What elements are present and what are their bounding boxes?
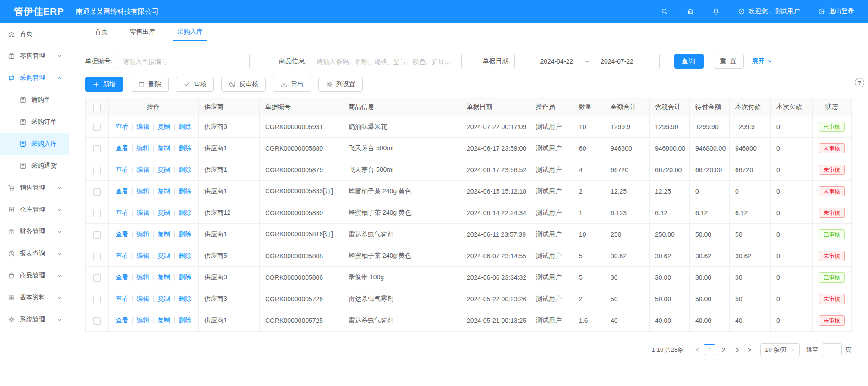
row-action-1[interactable]: 编辑 bbox=[136, 273, 149, 281]
help-icon[interactable]: ? bbox=[855, 78, 864, 87]
column-settings-button[interactable]: 列设置 bbox=[318, 77, 363, 92]
row-checkbox[interactable] bbox=[93, 210, 101, 217]
row-action-0[interactable]: 查看 bbox=[116, 166, 129, 173]
sidebar-item-10[interactable]: 报表查询 bbox=[0, 243, 69, 265]
sidebar-item-0[interactable]: 首页 bbox=[0, 23, 69, 45]
row-action-0[interactable]: 查看 bbox=[116, 295, 129, 302]
page-number-1[interactable]: 1 bbox=[704, 344, 715, 355]
row-action-2[interactable]: 复制 bbox=[158, 209, 170, 216]
logout-button[interactable]: 退出登录 bbox=[818, 7, 854, 16]
row-action-1[interactable]: 编辑 bbox=[136, 187, 149, 195]
sidebar-item-11[interactable]: 商品管理 bbox=[0, 265, 69, 287]
export-button[interactable]: 导出 bbox=[273, 77, 311, 92]
add-button[interactable]: 新增 bbox=[85, 77, 123, 92]
sidebar-item-5[interactable]: 采购入库 bbox=[0, 133, 69, 155]
page-size-select[interactable]: 10 条/页 bbox=[760, 343, 800, 356]
jump-page-input[interactable] bbox=[822, 343, 842, 356]
row-checkbox[interactable] bbox=[93, 317, 101, 325]
date-range-picker[interactable]: 2024-04-22 ~ 2024-07-22 bbox=[514, 54, 660, 69]
row-checkbox[interactable] bbox=[93, 145, 101, 152]
row-checkbox[interactable] bbox=[93, 253, 101, 260]
order-no-input[interactable] bbox=[117, 54, 250, 69]
date-from[interactable]: 2024-04-22 bbox=[540, 58, 573, 65]
expand-link[interactable]: 展开 bbox=[752, 57, 773, 65]
product-info-input[interactable] bbox=[311, 54, 462, 69]
row-checkbox[interactable] bbox=[93, 124, 101, 131]
row-action-3[interactable]: 删除 bbox=[178, 316, 191, 324]
expand-text: 展开 bbox=[752, 57, 765, 65]
row-action-3[interactable]: 删除 bbox=[178, 230, 191, 238]
row-action-2[interactable]: 复制 bbox=[158, 295, 170, 302]
sidebar-item-1[interactable]: 零售管理 bbox=[0, 45, 69, 67]
row-action-1[interactable]: 编辑 bbox=[136, 316, 149, 324]
page-number-2[interactable]: 2 bbox=[718, 344, 729, 355]
row-action-1[interactable]: 编辑 bbox=[136, 144, 149, 152]
row-action-3[interactable]: 删除 bbox=[178, 295, 191, 302]
row-action-2[interactable]: 复制 bbox=[158, 230, 170, 238]
row-action-1[interactable]: 编辑 bbox=[136, 230, 149, 238]
sidebar-item-2[interactable]: 采购管理 bbox=[0, 67, 69, 89]
row-action-2[interactable]: 复制 bbox=[158, 187, 170, 195]
sidebar-item-8[interactable]: 仓库管理 bbox=[0, 199, 69, 221]
sidebar-item-13[interactable]: 系统管理 bbox=[0, 309, 69, 331]
row-action-0[interactable]: 查看 bbox=[116, 316, 129, 324]
user-menu[interactable]: 欢迎您，测试用户 bbox=[738, 7, 800, 16]
cell-date: 2024-06-07 23:14:55 bbox=[461, 245, 530, 267]
select-all-checkbox[interactable] bbox=[93, 104, 101, 111]
row-action-2[interactable]: 复制 bbox=[158, 123, 170, 130]
row-checkbox[interactable] bbox=[93, 274, 101, 282]
row-action-2[interactable]: 复制 bbox=[158, 273, 170, 281]
sidebar-item-3[interactable]: 请购单 bbox=[0, 89, 69, 111]
sidebar-item-label: 销售管理 bbox=[20, 184, 45, 192]
sidebar-item-12[interactable]: 基本资料 bbox=[0, 287, 69, 309]
row-action-1[interactable]: 编辑 bbox=[136, 166, 149, 173]
sidebar-item-6[interactable]: 采购退货 bbox=[0, 155, 69, 177]
row-action-0[interactable]: 查看 bbox=[116, 252, 129, 259]
row-action-1[interactable]: 编辑 bbox=[136, 123, 149, 130]
row-checkbox[interactable] bbox=[93, 188, 101, 196]
sidebar-item-9[interactable]: 财务管理 bbox=[0, 221, 69, 243]
audit-button[interactable]: 审核 bbox=[176, 77, 214, 92]
bell-icon[interactable] bbox=[712, 8, 720, 15]
search-icon[interactable] bbox=[661, 8, 668, 15]
row-action-2[interactable]: 复制 bbox=[158, 252, 170, 259]
row-checkbox[interactable] bbox=[93, 231, 101, 239]
row-action-3[interactable]: 删除 bbox=[178, 209, 191, 216]
row-action-3[interactable]: 删除 bbox=[178, 166, 191, 173]
date-to[interactable]: 2024-07-22 bbox=[601, 58, 633, 65]
row-action-1[interactable]: 编辑 bbox=[136, 252, 149, 259]
row-action-3[interactable]: 删除 bbox=[178, 187, 191, 195]
prev-page-button[interactable]: < bbox=[692, 344, 703, 355]
row-action-0[interactable]: 查看 bbox=[116, 273, 129, 281]
tab-2[interactable]: 采购入库 bbox=[166, 23, 214, 41]
row-action-3[interactable]: 删除 bbox=[178, 123, 191, 130]
row-action-3[interactable]: 删除 bbox=[178, 252, 191, 259]
row-action-2[interactable]: 复制 bbox=[158, 166, 170, 173]
next-page-button[interactable]: > bbox=[744, 344, 755, 355]
search-button[interactable]: 查询 bbox=[674, 54, 704, 69]
page-number-3[interactable]: 3 bbox=[732, 344, 742, 355]
tab-1[interactable]: 零售出库 bbox=[119, 23, 166, 41]
chevron-down-icon bbox=[55, 251, 63, 257]
row-checkbox[interactable] bbox=[93, 167, 101, 174]
row-action-1[interactable]: 编辑 bbox=[136, 209, 149, 216]
row-action-0[interactable]: 查看 bbox=[116, 123, 129, 130]
row-action-0[interactable]: 查看 bbox=[116, 230, 129, 238]
cell-operator: 测试用户 bbox=[530, 245, 573, 267]
row-action-1[interactable]: 编辑 bbox=[136, 295, 149, 302]
row-action-2[interactable]: 复制 bbox=[158, 316, 170, 324]
row-checkbox[interactable] bbox=[93, 296, 101, 303]
sidebar-item-4[interactable]: 采购订单 bbox=[0, 111, 69, 133]
row-action-3[interactable]: 删除 bbox=[178, 273, 191, 281]
tab-0[interactable]: 首页 bbox=[84, 23, 119, 41]
unaudit-button[interactable]: 反审核 bbox=[221, 77, 266, 92]
sidebar-item-7[interactable]: 销售管理 bbox=[0, 177, 69, 199]
reset-button[interactable]: 重 置 bbox=[714, 54, 744, 69]
row-action-0[interactable]: 查看 bbox=[116, 187, 129, 195]
row-action-3[interactable]: 删除 bbox=[178, 144, 191, 152]
delete-button[interactable]: 删除 bbox=[131, 77, 169, 92]
row-action-0[interactable]: 查看 bbox=[116, 209, 129, 216]
row-action-0[interactable]: 查看 bbox=[116, 144, 129, 152]
row-action-2[interactable]: 复制 bbox=[158, 144, 170, 152]
bank-icon[interactable] bbox=[687, 8, 694, 15]
